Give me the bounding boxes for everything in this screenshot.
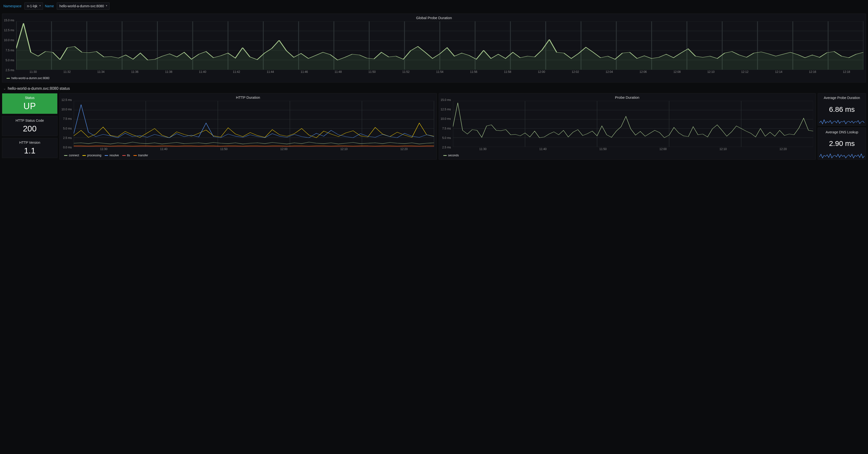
status-value: UP — [4, 101, 56, 111]
http-version-value: 1.1 — [4, 146, 56, 155]
avg-dns-label: Average DNS Lookup — [819, 130, 864, 134]
name-label: Name — [45, 4, 54, 8]
probe-duration-panel[interactable]: Probe Duration 2.5 ms5.0 ms7.5 ms10.0 ms… — [439, 93, 816, 160]
sparkline — [819, 119, 864, 124]
side-column: Average Probe Duration 6.86 ms Average D… — [818, 93, 866, 160]
status-label: Status — [4, 96, 56, 100]
http-code-value: 200 — [4, 124, 56, 133]
http-code-label: HTTP Status Code — [4, 119, 56, 122]
x-axis: 11:3011:4011:5012:0012:1012:20 — [453, 147, 813, 151]
avg-dns-value: 2.90 ms — [819, 139, 864, 148]
sparkline — [819, 153, 864, 159]
name-select[interactable]: hello-world-a-dumm-svc:8080 — [57, 2, 110, 10]
namespace-label: Namespace — [3, 4, 22, 8]
http-status-code-panel[interactable]: HTTP Status Code 200 — [2, 116, 58, 136]
avg-probe-duration-panel[interactable]: Average Probe Duration 6.86 ms — [818, 93, 866, 125]
y-axis: 2.5 ms5.0 ms7.5 ms10.0 ms12.5 ms15.0 ms — [2, 20, 16, 70]
avg-probe-value: 6.86 ms — [819, 105, 864, 113]
panel-title: Probe Duration — [439, 93, 816, 100]
http-chart-svg — [74, 101, 434, 147]
y-axis: 0.0 ms2.5 ms5.0 ms7.5 ms10.0 ms12.5 ms — [60, 100, 73, 147]
http-duration-panel[interactable]: HTTP Duration 0.0 ms2.5 ms5.0 ms7.5 ms10… — [59, 93, 437, 160]
x-axis: 11:3011:4011:5012:0012:1012:20 — [74, 147, 434, 151]
legend-item-connect[interactable]: connect — [64, 154, 79, 157]
http-version-label: HTTP Version — [4, 141, 56, 144]
variable-bar: Namespace n-1-lqk Name hello-world-a-dum… — [0, 0, 868, 12]
status-row: Status UP HTTP Status Code 200 HTTP Vers… — [0, 93, 868, 162]
legend: seconds — [439, 152, 816, 160]
panel-title: Global Probe Duration — [2, 14, 866, 20]
panel-title: HTTP Duration — [60, 93, 437, 100]
probe-chart-svg — [453, 101, 813, 147]
legend-item-seconds[interactable]: seconds — [443, 154, 459, 157]
chevron-down-icon: ⌄ — [3, 87, 6, 90]
status-panel[interactable]: Status UP — [2, 93, 58, 114]
y-axis: 2.5 ms5.0 ms7.5 ms10.0 ms12.5 ms15.0 ms — [439, 100, 453, 147]
http-version-panel[interactable]: HTTP Version 1.1 — [2, 138, 58, 158]
legend: hello-world-a-dumm.svc:8080 — [2, 75, 866, 82]
legend-item[interactable]: hello-world-a-dumm.svc:8080 — [6, 77, 49, 80]
x-axis: 11:3011:3211:3411:3611:3811:4011:4211:44… — [16, 70, 863, 74]
namespace-select[interactable]: n-1-lqk — [24, 2, 43, 10]
global-probe-duration-panel[interactable]: Global Probe Duration 2.5 ms5.0 ms7.5 ms… — [2, 13, 866, 83]
legend-item-transfer[interactable]: transfer — [133, 154, 148, 157]
legend-item-resolve[interactable]: resolve — [105, 154, 119, 157]
avg-dns-lookup-panel[interactable]: Average DNS Lookup 2.90 ms — [818, 127, 866, 160]
legend-item-tls[interactable]: tls — [122, 154, 130, 157]
legend: connect processing resolve tls transfer — [60, 152, 437, 160]
stats-column: Status UP HTTP Status Code 200 HTTP Vers… — [2, 93, 58, 160]
avg-probe-label: Average Probe Duration — [819, 96, 864, 100]
row-title-text: hello-world-a-dumm.svc:8080 status — [8, 86, 70, 91]
legend-item-processing[interactable]: processing — [83, 154, 101, 157]
global-chart-svg — [16, 21, 863, 70]
row-header[interactable]: ⌄ hello-world-a-dumm.svc:8080 status — [0, 84, 868, 93]
